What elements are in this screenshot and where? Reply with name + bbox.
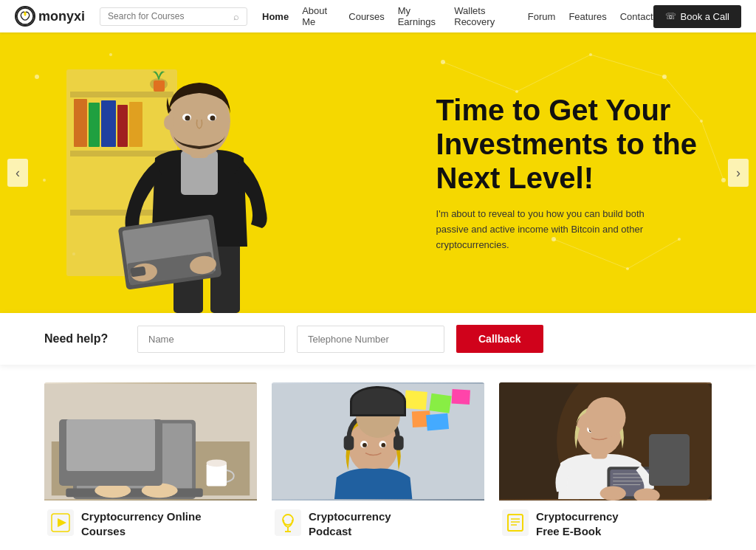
logo-icon — [15, 6, 35, 27]
card-ebook-image — [499, 382, 712, 501]
svg-rect-69 — [394, 436, 404, 450]
svg-line-19 — [701, 121, 724, 180]
hero-section: ‹ Time to Get Your Investments to the Ne… — [0, 32, 756, 313]
svg-point-57 — [207, 459, 227, 467]
hero-title-line1: Time to Get Your — [436, 94, 671, 126]
svg-point-47 — [164, 115, 174, 130]
nav-home[interactable]: Home — [262, 11, 289, 22]
svg-point-8 — [700, 120, 703, 123]
nav-wallets[interactable]: Wallets Recovery — [454, 5, 515, 27]
hero-person-image — [44, 40, 354, 313]
svg-point-72 — [362, 443, 367, 447]
svg-rect-58 — [80, 459, 124, 484]
callback-label: Need help? — [44, 332, 126, 346]
svg-rect-23 — [70, 92, 173, 97]
svg-point-13 — [626, 267, 629, 270]
brand-name: monyxi — [38, 9, 85, 24]
svg-rect-98 — [508, 515, 523, 531]
callback-button[interactable]: Callback — [456, 325, 543, 353]
svg-point-9 — [721, 178, 726, 182]
svg-line-17 — [591, 55, 664, 77]
podcast-icon — [275, 509, 301, 536]
svg-point-54 — [94, 484, 131, 498]
carousel-next-button[interactable]: › — [728, 159, 749, 187]
card-ebook[interactable]: Cryptocurrency Free E-Book — [499, 382, 712, 547]
svg-point-4 — [441, 60, 445, 64]
card-ebook-title-1: Cryptocurrency — [536, 509, 619, 524]
svg-point-1 — [35, 75, 39, 79]
navbar: monyxi ⌕ Home About Me Courses My Earnin… — [0, 0, 756, 32]
card-courses-footer: Cryptocurrency Online Courses — [44, 501, 257, 547]
courses-icon — [47, 509, 74, 536]
svg-rect-52 — [77, 424, 192, 492]
logo[interactable]: monyxi — [15, 6, 85, 27]
ebook-icon — [502, 509, 529, 536]
name-input[interactable] — [137, 326, 285, 353]
phone-icon: ☏ — [665, 11, 676, 21]
svg-rect-60 — [92, 463, 97, 479]
card-courses[interactable]: Cryptocurrency Online Courses — [44, 382, 257, 547]
card-podcast-title-1: Cryptocurrency — [309, 509, 391, 524]
nav-contact[interactable]: Contact — [620, 11, 653, 22]
card-courses-image — [44, 382, 257, 501]
carousel-prev-button[interactable]: ‹ — [7, 159, 28, 187]
svg-rect-59 — [84, 467, 90, 480]
search-icon: ⌕ — [233, 11, 239, 22]
svg-point-46 — [210, 116, 216, 121]
card-ebook-text: Cryptocurrency Free E-Book — [536, 509, 619, 538]
svg-rect-28 — [101, 100, 116, 147]
svg-rect-74 — [405, 390, 427, 410]
svg-point-73 — [381, 443, 385, 447]
book-call-label: Book a Call — [681, 11, 729, 22]
nav-courses[interactable]: Courses — [348, 11, 384, 22]
cards-section: Cryptocurrency Online Courses — [0, 365, 756, 550]
svg-point-88 — [589, 427, 594, 432]
svg-point-86 — [587, 426, 594, 433]
card-podcast-image — [272, 382, 484, 501]
search-bar[interactable]: ⌕ — [100, 7, 247, 26]
svg-rect-26 — [74, 99, 87, 147]
svg-rect-32 — [154, 80, 165, 92]
nav-about[interactable]: About Me — [302, 5, 335, 27]
nav-links: Home About Me Courses My Earnings Wallet… — [262, 5, 653, 27]
card-courses-text: Cryptocurrency Online Courses — [81, 509, 202, 538]
card-ebook-title-2: Free E-Book — [536, 524, 619, 539]
svg-rect-61 — [100, 469, 106, 480]
svg-marker-64 — [58, 518, 66, 527]
nav-forum[interactable]: Forum — [528, 11, 556, 22]
svg-line-15 — [443, 62, 517, 92]
svg-rect-24 — [70, 151, 173, 157]
svg-point-87 — [605, 426, 612, 433]
nav-earnings[interactable]: My Earnings — [398, 5, 441, 27]
search-input[interactable] — [108, 11, 233, 21]
svg-point-96 — [600, 487, 626, 501]
hero-content: Time to Get Your Investments to the Next… — [436, 93, 697, 252]
svg-rect-68 — [344, 436, 354, 450]
svg-rect-30 — [129, 102, 142, 147]
svg-point-89 — [606, 427, 611, 432]
svg-rect-78 — [452, 389, 470, 405]
svg-rect-27 — [89, 103, 100, 147]
svg-point-55 — [142, 484, 178, 498]
card-courses-title-2: Courses — [81, 524, 202, 539]
card-podcast-footer: Cryptocurrency Podcast — [272, 501, 484, 547]
svg-rect-29 — [117, 105, 128, 147]
nav-features[interactable]: Features — [568, 11, 606, 22]
card-podcast[interactable]: Cryptocurrency Podcast — [272, 382, 484, 547]
svg-rect-53 — [66, 488, 202, 497]
svg-rect-102 — [508, 515, 523, 531]
card-podcast-title-2: Podcast — [309, 524, 391, 539]
book-call-button[interactable]: ☏ Book a Call — [653, 5, 741, 28]
svg-line-16 — [517, 55, 591, 92]
svg-point-7 — [662, 75, 667, 79]
svg-point-6 — [589, 53, 592, 56]
card-podcast-text: Cryptocurrency Podcast — [309, 509, 391, 538]
svg-rect-76 — [429, 393, 451, 413]
callback-strip: Need help? Callback — [0, 313, 756, 365]
card-ebook-footer: Cryptocurrency Free E-Book — [499, 501, 712, 547]
svg-rect-62 — [108, 465, 114, 480]
phone-input[interactable] — [297, 326, 444, 353]
hero-title-line2: Investments to the — [436, 128, 697, 160]
svg-point-45 — [185, 116, 190, 121]
svg-rect-77 — [426, 413, 449, 431]
